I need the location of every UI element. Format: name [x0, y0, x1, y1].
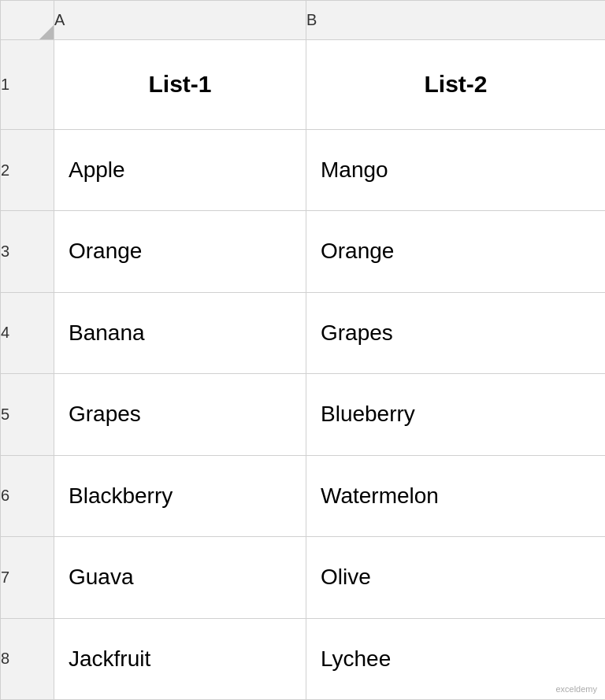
- row-header-1[interactable]: 1: [1, 40, 54, 130]
- row-header-6[interactable]: 6: [1, 455, 54, 536]
- row-header-4[interactable]: 4: [1, 292, 54, 373]
- cell-a5[interactable]: Grapes: [54, 374, 306, 455]
- col-header-b[interactable]: B: [306, 1, 606, 40]
- cell-a8[interactable]: Jackfruit: [54, 618, 306, 699]
- table-row[interactable]: 8JackfruitLychee: [1, 618, 606, 699]
- cell-a3[interactable]: Orange: [54, 211, 306, 292]
- table-row[interactable]: 3OrangeOrange: [1, 211, 606, 292]
- spreadsheet-table: A B 1List-1List-22AppleMango3OrangeOrang…: [0, 0, 605, 700]
- table-row[interactable]: 6BlackberryWatermelon: [1, 455, 606, 536]
- cell-b4[interactable]: Grapes: [306, 292, 606, 373]
- watermark-label: exceldemy: [555, 684, 597, 694]
- cell-a6[interactable]: Blackberry: [54, 455, 306, 536]
- cell-b2[interactable]: Mango: [306, 129, 606, 210]
- cell-b7[interactable]: Olive: [306, 537, 606, 618]
- cell-b5[interactable]: Blueberry: [306, 374, 606, 455]
- corner-cell: [1, 1, 54, 40]
- cell-a4[interactable]: Banana: [54, 292, 306, 373]
- row-header-5[interactable]: 5: [1, 374, 54, 455]
- cell-a2[interactable]: Apple: [54, 129, 306, 210]
- cell-b1[interactable]: List-2: [306, 40, 606, 130]
- cell-b3[interactable]: Orange: [306, 211, 606, 292]
- row-header-3[interactable]: 3: [1, 211, 54, 292]
- table-row[interactable]: 7GuavaOlive: [1, 537, 606, 618]
- table-row[interactable]: 5GrapesBlueberry: [1, 374, 606, 455]
- cell-b6[interactable]: Watermelon: [306, 455, 606, 536]
- col-header-a[interactable]: A: [54, 1, 306, 40]
- table-row[interactable]: 2AppleMango: [1, 129, 606, 210]
- cell-a7[interactable]: Guava: [54, 537, 306, 618]
- row-header-8[interactable]: 8: [1, 618, 54, 699]
- table-row[interactable]: 1List-1List-2: [1, 40, 606, 130]
- row-header-2[interactable]: 2: [1, 129, 54, 210]
- row-header-7[interactable]: 7: [1, 537, 54, 618]
- table-row[interactable]: 4BananaGrapes: [1, 292, 606, 373]
- cell-a1[interactable]: List-1: [54, 40, 306, 130]
